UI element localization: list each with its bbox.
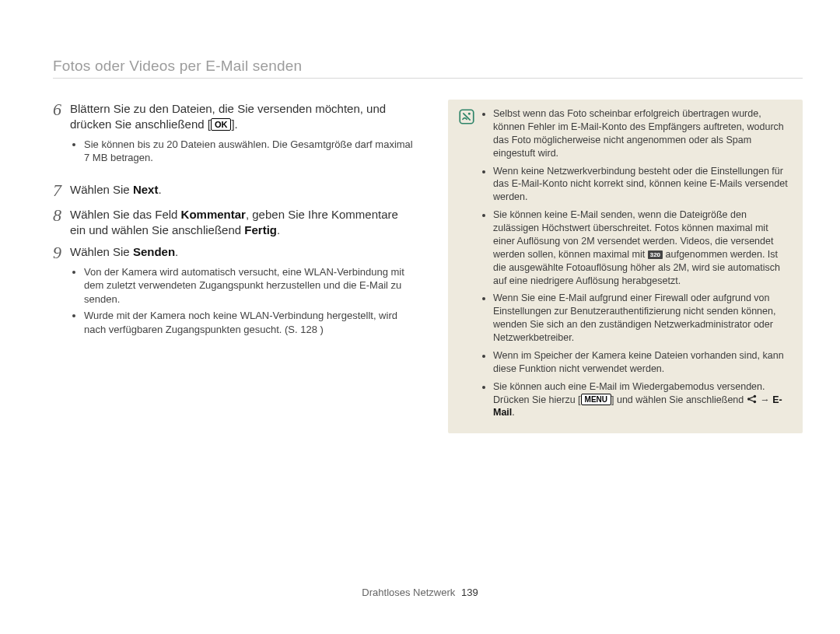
step-body: Blättern Sie zu den Dateien, die Sie ver… <box>70 100 417 176</box>
ok-icon: OK <box>211 118 232 131</box>
resolution-icon: 320 <box>648 250 663 259</box>
step-bold: Kommentar <box>181 208 246 221</box>
step-8: 8 Wählen Sie das Feld Kommentar, geben S… <box>53 205 417 239</box>
bullet: Von der Kamera wird automatisch versucht… <box>84 265 417 306</box>
note-item: Wenn im Speicher der Kamera keine Dateie… <box>493 349 792 376</box>
step-text: Wählen Sie <box>70 245 133 258</box>
step-7: 7 Wählen Sie Next. <box>53 180 417 201</box>
share-icon <box>747 394 758 404</box>
note-item: Sie können keine E-Mail senden, wenn die… <box>493 208 792 287</box>
left-column: 6 Blättern Sie zu den Dateien, die Sie v… <box>53 100 417 433</box>
step-text: ]. <box>231 117 237 131</box>
step-text: Wählen Sie das Feld <box>70 208 181 221</box>
note-item: Wenn Sie eine E-Mail aufgrund einer Fire… <box>493 292 792 345</box>
step-number: 8 <box>53 205 70 239</box>
bullet: Wurde mit der Kamera noch keine WLAN-Ver… <box>84 309 417 336</box>
step-number: 9 <box>53 243 70 347</box>
svg-point-3 <box>753 394 755 397</box>
page: Fotos oder Videos per E-Mail senden 6 Bl… <box>0 0 840 634</box>
step-sub-bullets: Von der Kamera wird automatisch versucht… <box>70 265 417 337</box>
step-6: 6 Blättern Sie zu den Dateien, die Sie v… <box>53 100 417 176</box>
footer-section: Drahtloses Netzwerk <box>362 587 455 598</box>
step-text: . <box>277 223 280 236</box>
step-body: Wählen Sie Next. <box>70 180 417 201</box>
note-text: . <box>512 407 514 418</box>
step-bold: Fertig <box>244 223 277 236</box>
svg-point-1 <box>468 113 471 115</box>
svg-point-4 <box>753 400 755 402</box>
note-text: ] und wählen Sie anschließend <box>611 394 747 405</box>
step-body: Wählen Sie Senden. Von der Kamera wird a… <box>70 243 417 347</box>
footer-page-number: 139 <box>461 587 478 598</box>
step-text: . <box>158 183 161 196</box>
step-bold: Senden <box>133 245 175 258</box>
page-title: Fotos oder Videos per E-Mail senden <box>53 56 302 76</box>
step-number: 7 <box>53 180 70 201</box>
step-text: . <box>175 245 178 258</box>
step-9: 9 Wählen Sie Senden. Von der Kamera wird… <box>53 243 417 347</box>
info-icon <box>459 109 474 124</box>
step-sub-bullets: Sie können bis zu 20 Dateien auswählen. … <box>70 138 417 165</box>
menu-icon: MENU <box>581 394 611 405</box>
note-list: Selbst wenn das Foto scheinbar erfolgrei… <box>482 107 792 424</box>
note-item: Wenn keine Netzwerkverbindung besteht od… <box>493 165 792 205</box>
step-text: Wählen Sie <box>70 183 133 196</box>
note-item: Selbst wenn das Foto scheinbar erfolgrei… <box>493 107 792 160</box>
step-number: 6 <box>53 100 70 176</box>
note-box: Selbst wenn das Foto scheinbar erfolgrei… <box>448 100 803 433</box>
step-bold: Next <box>133 183 159 196</box>
page-footer: Drahtloses Netzwerk 139 <box>0 586 840 600</box>
note-item: Sie können auch eine E-Mail im Wiedergab… <box>493 380 792 420</box>
bullet: Sie können bis zu 20 Dateien auswählen. … <box>84 138 417 165</box>
note-text: → <box>758 394 772 405</box>
content-columns: 6 Blättern Sie zu den Dateien, die Sie v… <box>53 100 803 433</box>
header-rule <box>53 78 803 79</box>
step-body: Wählen Sie das Feld Kommentar, geben Sie… <box>70 205 417 239</box>
